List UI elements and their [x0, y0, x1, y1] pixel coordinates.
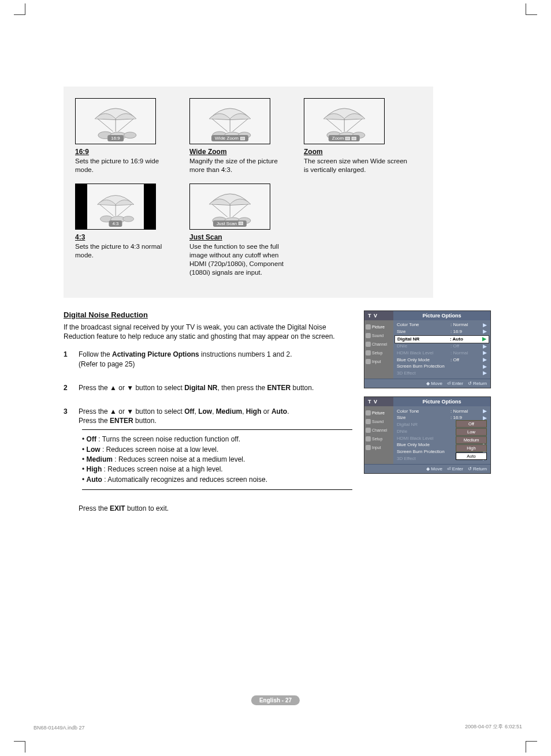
osd-side-item: Input — [364, 443, 393, 452]
page-content: 16:9 16:9 Sets the picture to 16:9 wide … — [64, 87, 491, 522]
page-number-badge: English - 27 — [251, 695, 300, 705]
aspect-badge: 4:3 — [109, 220, 122, 227]
osd-option: Auto — [456, 452, 487, 460]
enter-icon: ⏎ — [447, 381, 451, 386]
size-tile: Just Scan Just Scan Use the function to … — [189, 184, 293, 277]
osd-side-item: Input — [364, 357, 393, 366]
osd-main: Color Tone: Normal▶ Size: 16:9▶ Digital … — [393, 406, 490, 464]
menu-icon — [366, 342, 371, 347]
svg-line-25 — [232, 204, 248, 216]
menu-icon — [366, 350, 371, 355]
osd-header: T V Picture Options — [364, 311, 490, 320]
osd-option: High — [456, 444, 487, 452]
osd-row: HDMI Black Level: Normal▶ — [396, 350, 488, 357]
size-title: Just Scan — [189, 233, 293, 241]
chevron-right-icon: ▶ — [483, 350, 487, 357]
aspect-badge: 16:9 — [107, 135, 124, 141]
tv-screen-illustration: Zoom — [304, 98, 385, 144]
osd-row: Screen Burn Protection▶ — [396, 364, 488, 370]
osd-option: Low — [456, 428, 487, 436]
enter-icon: ⏎ — [447, 466, 451, 471]
osd-row: DNIe: Off▶ — [396, 343, 488, 350]
tv-screen-illustration: 16:9 — [75, 98, 156, 144]
adjust-icon — [345, 137, 350, 140]
chevron-right-icon: ▶ — [483, 357, 487, 364]
osd-side-item: Picture — [364, 409, 393, 417]
chevron-right-icon: ▶ — [483, 408, 487, 415]
osd-row: Blue Only Mode: Off▶ — [396, 357, 488, 364]
updown-icon: ◆ — [426, 466, 430, 471]
parachute-icon — [198, 189, 262, 224]
osd-side-item: Sound — [364, 331, 393, 340]
menu-icon — [366, 410, 371, 416]
parachute-icon — [312, 103, 376, 139]
osd-screenshot-1: T V Picture Options PictureSoundChannelS… — [364, 310, 491, 389]
osd-row: Color Tone: Normal▶ — [396, 322, 488, 329]
menu-icon — [366, 436, 371, 441]
menu-icon — [366, 324, 371, 330]
svg-line-18 — [100, 204, 114, 216]
step-3: Press the ▲ or ▼ button to select Off, L… — [64, 407, 352, 491]
aspect-badge: Zoom — [329, 135, 360, 141]
osd-header: T V Picture Options — [364, 397, 490, 406]
svg-line-1 — [118, 119, 133, 132]
doc-footer-left: BN68-01449A.indb 27 — [33, 725, 85, 731]
size-desc: Use the function to see the full image w… — [189, 242, 293, 277]
osd-footer: ◆Move ⏎Enter ↺Return — [364, 379, 490, 388]
svg-point-5 — [124, 132, 136, 139]
osd-row: Size: 16:9▶ — [396, 328, 488, 335]
osd-side-item: Setup — [364, 435, 393, 443]
size-title: 4:3 — [75, 233, 179, 241]
osd-row: Color Tone: Normal▶ — [396, 408, 488, 415]
chevron-right-icon: ▶ — [483, 343, 487, 350]
size-title: Zoom — [304, 148, 408, 156]
osd-side-item: Setup — [364, 349, 393, 357]
osd-row: Digital NR: Auto▶ — [394, 335, 489, 343]
svg-line-6 — [212, 119, 228, 132]
dnr-section: Digital Noise Reduction If the broadcast… — [64, 310, 491, 522]
size-title: Wide Zoom — [189, 148, 293, 156]
size-desc: Sets the picture to 4:3 normal mode. — [75, 242, 179, 260]
osd-row: 3D Effect▶ — [396, 370, 488, 377]
size-tile: Wide Zoom Wide Zoom Magnify the size of … — [189, 98, 293, 174]
chevron-right-icon: ▶ — [483, 328, 487, 335]
menu-icon — [366, 445, 371, 450]
chevron-right-icon: ▶ — [483, 370, 487, 377]
osd-footer: ◆Move ⏎Enter ↺Return — [364, 464, 490, 473]
svg-point-23 — [123, 216, 134, 221]
dnr-steps: Follow the Activating Picture Options in… — [64, 350, 352, 490]
exit-instruction: Press the EXIT button to exit. — [79, 504, 352, 514]
menu-icon — [366, 419, 371, 424]
osd-title: Picture Options — [393, 311, 490, 320]
size-desc: Sets the picture to 16:9 wide mode. — [75, 157, 179, 174]
menu-icon — [366, 359, 371, 364]
osd-sidebar: PictureSoundChannelSetupInput — [364, 320, 393, 379]
doc-footer-right: 2008-04-07 오후 6:02:51 — [465, 723, 522, 731]
dnr-heading: Digital Noise Reduction — [64, 310, 352, 319]
osd-side-item: Channel — [364, 340, 393, 349]
step-1: Follow the Activating Picture Options in… — [64, 350, 352, 369]
return-icon: ↺ — [468, 466, 472, 471]
osd-sidebar: PictureSoundChannelSetupInput — [364, 406, 393, 464]
parachute-icon — [93, 189, 138, 224]
dnr-bullets: Off : Turns the screen noise reduction f… — [82, 429, 352, 490]
osd-tv-label: T V — [364, 311, 393, 320]
tv-screen-illustration: Wide Zoom — [189, 98, 270, 144]
osd-side-item: Picture — [364, 323, 393, 331]
svg-line-12 — [326, 119, 342, 132]
tv-screen-illustration: Just Scan — [189, 184, 270, 230]
chevron-right-icon: ▶ — [483, 322, 487, 329]
size-desc: Magnify the size of the picture more tha… — [189, 157, 293, 174]
size-title: 16:9 — [75, 148, 179, 156]
osd-title: Picture Options — [393, 397, 490, 406]
size-tile: 4:3 4:3 Sets the picture to 4:3 normal m… — [75, 184, 179, 277]
menu-icon — [366, 333, 371, 338]
svg-line-7 — [232, 119, 248, 132]
osd-screenshot-2: T V Picture Options PictureSoundChannelS… — [364, 396, 491, 474]
svg-line-24 — [212, 204, 228, 216]
chevron-right-icon: ▶ — [482, 336, 486, 343]
size-tile: 16:9 16:9 Sets the picture to 16:9 wide … — [75, 98, 179, 174]
adjust-icon — [352, 137, 356, 140]
updown-icon: ◆ — [426, 381, 430, 386]
return-icon: ↺ — [468, 381, 472, 386]
